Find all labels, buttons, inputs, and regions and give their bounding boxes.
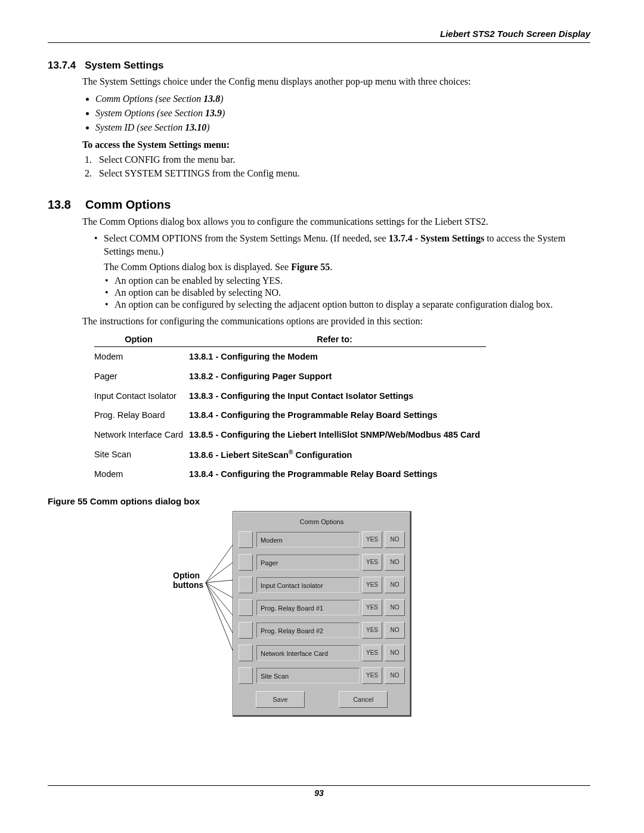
option-row: Input Contact IsolatorYESNO — [239, 577, 405, 593]
option-config-button[interactable] — [239, 577, 253, 593]
comm-options-dialog: Comm Options ModemYESNOPagerYESNOInput C… — [233, 511, 411, 717]
access-steps: Select CONFIG from the menu bar.Select S… — [94, 153, 590, 180]
bullet-icon: • — [105, 299, 114, 310]
page-number: 93 — [48, 788, 590, 798]
no-button[interactable]: NO — [385, 577, 405, 593]
option-name: Pager — [256, 555, 360, 570]
refer-table: Option Refer to: Modem13.8.1 - Configuri… — [94, 332, 486, 484]
option-config-button[interactable] — [239, 622, 253, 639]
option-config-button[interactable] — [239, 645, 253, 661]
table-row: Modem13.8.1 - Configuring the Modem — [94, 347, 486, 367]
option-config-button[interactable] — [239, 599, 253, 616]
no-button[interactable]: NO — [385, 622, 405, 639]
section-title: System Settings — [85, 60, 163, 72]
option-config-button[interactable] — [239, 667, 253, 684]
bullet-text: An option can be enabled by selecting YE… — [114, 275, 590, 286]
paragraph: The System Settings choice under the Con… — [82, 75, 590, 88]
option-row: Site ScanYESNO — [239, 667, 405, 684]
yes-button[interactable]: YES — [362, 667, 382, 684]
list-item: System Options (see Section 13.9) — [95, 106, 590, 120]
cancel-button[interactable]: Cancel — [339, 691, 388, 708]
no-button[interactable]: NO — [385, 531, 405, 548]
figure-annotation: Optionbuttons — [173, 571, 203, 591]
table-row: Site Scan13.8.6 - Liebert SiteScan® Conf… — [94, 445, 486, 465]
option-row: PagerYESNO — [239, 554, 405, 571]
option-config-button[interactable] — [239, 554, 253, 571]
footer-rule — [48, 785, 590, 786]
option-name: Network Interface Card — [256, 645, 360, 661]
paragraph: The instructions for configuring the com… — [82, 315, 590, 328]
table-header-option: Option — [94, 332, 189, 347]
option-row: Prog. Relay Board #2YESNO — [239, 622, 405, 639]
option-name: Modem — [256, 532, 360, 547]
section-number: 13.8 — [48, 198, 82, 212]
yes-button[interactable]: YES — [362, 531, 382, 548]
list-item: Select CONFIG from the menu bar. — [94, 153, 590, 166]
table-row: Pager13.8.2 - Configuring Pager Support — [94, 367, 486, 386]
yes-button[interactable]: YES — [362, 645, 382, 661]
system-settings-choices: Comm Options (see Section 13.8)System Op… — [95, 92, 590, 135]
yes-button[interactable]: YES — [362, 554, 382, 571]
bullet-text: An option can be disabled by selecting N… — [114, 287, 590, 298]
heading-13-7-4: 13.7.4 System Settings — [48, 60, 590, 72]
option-name: Prog. Relay Board #2 — [256, 623, 360, 638]
table-row: Input Contact Isolator13.8.3 - Configuri… — [94, 386, 486, 406]
bullet-text: Select COMM OPTIONS from the System Sett… — [104, 232, 590, 259]
no-button[interactable]: NO — [385, 554, 405, 571]
paragraph: The Comm Options dialog box allows you t… — [82, 215, 590, 228]
option-row: ModemYESNO — [239, 531, 405, 548]
list-item: Comm Options (see Section 13.8) — [95, 92, 590, 106]
no-button[interactable]: NO — [385, 645, 405, 661]
save-button[interactable]: Save — [256, 691, 305, 708]
table-row: Network Interface Card13.8.5 - Configuri… — [94, 425, 486, 445]
option-row: Prog. Relay Board #1YESNO — [239, 599, 405, 616]
bullet-icon: • — [105, 287, 114, 298]
table-header-refer: Refer to: — [189, 332, 486, 347]
bullet-icon: • — [94, 232, 104, 259]
bullet-text: The Comm Options dialog box is displayed… — [104, 261, 590, 274]
no-button[interactable]: NO — [385, 599, 405, 616]
yes-button[interactable]: YES — [362, 599, 382, 616]
table-row: Prog. Relay Board13.8.4 - Configuring th… — [94, 405, 486, 425]
yes-button[interactable]: YES — [362, 577, 382, 593]
table-row: Modem13.8.4 - Configuring the Programmab… — [94, 465, 486, 484]
no-button[interactable]: NO — [385, 667, 405, 684]
header-rule — [48, 42, 590, 43]
running-header: Liebert STS2 Touch Screen Display — [48, 29, 590, 42]
option-config-button[interactable] — [239, 531, 253, 548]
bullet-text: An option can be configured by selecting… — [114, 299, 590, 310]
yes-button[interactable]: YES — [362, 622, 382, 639]
list-item: Select SYSTEM SETTINGS from the Config m… — [94, 166, 590, 180]
access-heading: To access the System Settings menu: — [82, 140, 590, 150]
option-row: Network Interface CardYESNO — [239, 645, 405, 661]
option-name: Input Contact Isolator — [256, 577, 360, 593]
section-title: Comm Options — [85, 198, 171, 212]
figure-caption: Figure 55 Comm options dialog box — [48, 496, 590, 506]
bullet-icon: • — [105, 275, 114, 286]
heading-13-8: 13.8 Comm Options — [48, 198, 590, 212]
option-name: Site Scan — [256, 668, 360, 683]
option-name: Prog. Relay Board #1 — [256, 600, 360, 615]
list-item: System ID (see Section 13.10) — [95, 120, 590, 135]
section-number: 13.7.4 — [48, 60, 82, 72]
dialog-title: Comm Options — [239, 518, 405, 525]
